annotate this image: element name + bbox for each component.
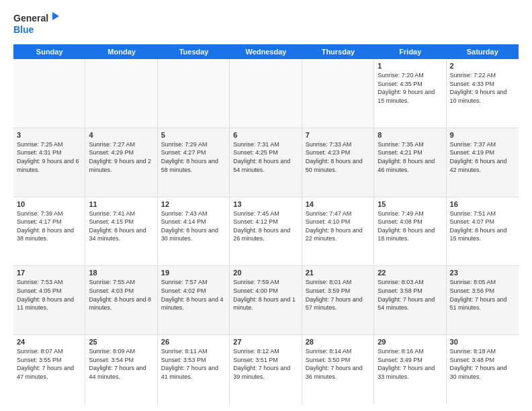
calendar-cell: 3 Sunrise: 7:25 AMSunset: 4:31 PMDayligh… xyxy=(13,128,85,197)
calendar-cell: 1 Sunrise: 7:20 AMSunset: 4:35 PMDayligh… xyxy=(374,59,446,128)
cell-info: Sunrise: 7:57 AMSunset: 4:02 PMDaylight:… xyxy=(161,279,224,311)
calendar-week-row: 3 Sunrise: 7:25 AMSunset: 4:31 PMDayligh… xyxy=(13,128,519,197)
cell-info: Sunrise: 8:12 AMSunset: 3:51 PMDaylight:… xyxy=(233,348,290,380)
cell-info: Sunrise: 7:59 AMSunset: 4:00 PMDaylight:… xyxy=(233,279,296,311)
day-number: 24 xyxy=(17,338,81,346)
cell-info: Sunrise: 8:18 AMSunset: 3:48 PMDaylight:… xyxy=(450,348,507,380)
calendar-cell: 26 Sunrise: 8:11 AMSunset: 3:53 PMDaylig… xyxy=(158,335,230,404)
calendar-cell: 12 Sunrise: 7:43 AMSunset: 4:14 PMDaylig… xyxy=(158,197,230,266)
calendar-cell: 28 Sunrise: 8:14 AMSunset: 3:50 PMDaylig… xyxy=(302,335,374,404)
calendar-cell: 11 Sunrise: 7:41 AMSunset: 4:15 PMDaylig… xyxy=(85,197,157,266)
cell-info: Sunrise: 7:53 AMSunset: 4:05 PMDaylight:… xyxy=(17,279,74,311)
calendar-cell: 14 Sunrise: 7:47 AMSunset: 4:10 PMDaylig… xyxy=(302,197,374,266)
day-number: 6 xyxy=(233,131,298,139)
cell-info: Sunrise: 7:55 AMSunset: 4:03 PMDaylight:… xyxy=(89,279,151,311)
calendar-cell: 13 Sunrise: 7:45 AMSunset: 4:12 PMDaylig… xyxy=(230,197,302,266)
day-number: 12 xyxy=(161,200,226,208)
cell-info: Sunrise: 7:35 AMSunset: 4:21 PMDaylight:… xyxy=(378,141,435,173)
cell-info: Sunrise: 8:03 AMSunset: 3:58 PMDaylight:… xyxy=(378,279,435,311)
day-number: 5 xyxy=(161,131,226,139)
svg-text:Blue: Blue xyxy=(13,24,34,35)
day-number: 22 xyxy=(378,269,442,277)
day-number: 20 xyxy=(233,269,298,277)
cell-info: Sunrise: 8:09 AMSunset: 3:54 PMDaylight:… xyxy=(89,348,146,380)
calendar-cell: 10 Sunrise: 7:39 AMSunset: 4:17 PMDaylig… xyxy=(13,197,85,266)
calendar-cell xyxy=(158,59,230,128)
day-number: 16 xyxy=(450,200,515,208)
calendar-cell: 7 Sunrise: 7:33 AMSunset: 4:23 PMDayligh… xyxy=(302,128,374,197)
day-number: 4 xyxy=(89,131,153,139)
cell-info: Sunrise: 7:22 AMSunset: 4:33 PMDaylight:… xyxy=(450,72,507,104)
calendar-cell: 5 Sunrise: 7:29 AMSunset: 4:27 PMDayligh… xyxy=(158,128,230,197)
cell-info: Sunrise: 7:31 AMSunset: 4:25 PMDaylight:… xyxy=(233,141,290,173)
calendar-cell: 2 Sunrise: 7:22 AMSunset: 4:33 PMDayligh… xyxy=(447,59,519,128)
day-of-week-header: Thursday xyxy=(302,44,374,59)
cell-info: Sunrise: 7:37 AMSunset: 4:19 PMDaylight:… xyxy=(450,141,507,173)
calendar-header: SundayMondayTuesdayWednesdayThursdayFrid… xyxy=(13,44,519,59)
calendar-cell: 18 Sunrise: 7:55 AMSunset: 4:03 PMDaylig… xyxy=(85,266,157,334)
day-number: 13 xyxy=(233,200,298,208)
calendar-cell xyxy=(13,59,85,128)
cell-info: Sunrise: 8:05 AMSunset: 3:56 PMDaylight:… xyxy=(450,279,507,311)
cell-info: Sunrise: 8:11 AMSunset: 3:53 PMDaylight:… xyxy=(161,348,218,380)
cell-info: Sunrise: 7:49 AMSunset: 4:08 PMDaylight:… xyxy=(378,210,435,242)
calendar-cell: 4 Sunrise: 7:27 AMSunset: 4:29 PMDayligh… xyxy=(85,128,157,197)
cell-info: Sunrise: 7:33 AMSunset: 4:23 PMDaylight:… xyxy=(306,141,363,173)
calendar: SundayMondayTuesdayWednesdayThursdayFrid… xyxy=(13,44,519,404)
cell-info: Sunrise: 7:39 AMSunset: 4:17 PMDaylight:… xyxy=(17,210,74,242)
calendar-cell: 22 Sunrise: 8:03 AMSunset: 3:58 PMDaylig… xyxy=(374,266,446,334)
svg-text:General: General xyxy=(13,13,48,24)
calendar-week-row: 1 Sunrise: 7:20 AMSunset: 4:35 PMDayligh… xyxy=(13,59,519,128)
calendar-cell: 23 Sunrise: 8:05 AMSunset: 3:56 PMDaylig… xyxy=(447,266,519,334)
day-of-week-header: Sunday xyxy=(13,44,85,59)
cell-info: Sunrise: 7:27 AMSunset: 4:29 PMDaylight:… xyxy=(89,141,151,173)
svg-marker-2 xyxy=(52,12,59,20)
day-number: 23 xyxy=(450,269,515,277)
calendar-cell: 9 Sunrise: 7:37 AMSunset: 4:19 PMDayligh… xyxy=(447,128,519,197)
day-number: 8 xyxy=(378,131,442,139)
day-number: 28 xyxy=(306,338,370,346)
cell-info: Sunrise: 7:47 AMSunset: 4:10 PMDaylight:… xyxy=(306,210,363,242)
cell-info: Sunrise: 7:20 AMSunset: 4:35 PMDaylight:… xyxy=(378,72,435,104)
day-number: 11 xyxy=(89,200,153,208)
calendar-week-row: 24 Sunrise: 8:07 AMSunset: 3:55 PMDaylig… xyxy=(13,335,519,404)
day-number: 18 xyxy=(89,269,153,277)
day-number: 7 xyxy=(306,131,370,139)
calendar-cell xyxy=(302,59,374,128)
cell-info: Sunrise: 7:25 AMSunset: 4:31 PMDaylight:… xyxy=(17,141,79,173)
day-number: 3 xyxy=(17,131,81,139)
calendar-cell: 17 Sunrise: 7:53 AMSunset: 4:05 PMDaylig… xyxy=(13,266,85,334)
cell-info: Sunrise: 7:41 AMSunset: 4:15 PMDaylight:… xyxy=(89,210,146,242)
cell-info: Sunrise: 7:29 AMSunset: 4:27 PMDaylight:… xyxy=(161,141,218,173)
calendar-cell: 27 Sunrise: 8:12 AMSunset: 3:51 PMDaylig… xyxy=(230,335,302,404)
logo: GeneralBlue xyxy=(13,11,60,38)
day-number: 25 xyxy=(89,338,153,346)
day-of-week-header: Monday xyxy=(85,44,157,59)
day-number: 15 xyxy=(378,200,442,208)
calendar-cell: 19 Sunrise: 7:57 AMSunset: 4:02 PMDaylig… xyxy=(158,266,230,334)
page-header: GeneralBlue xyxy=(13,11,519,38)
cell-info: Sunrise: 7:43 AMSunset: 4:14 PMDaylight:… xyxy=(161,210,218,242)
cell-info: Sunrise: 7:45 AMSunset: 4:12 PMDaylight:… xyxy=(233,210,290,242)
day-number: 9 xyxy=(450,131,515,139)
cell-info: Sunrise: 8:07 AMSunset: 3:55 PMDaylight:… xyxy=(17,348,74,380)
cell-info: Sunrise: 7:51 AMSunset: 4:07 PMDaylight:… xyxy=(450,210,507,242)
day-number: 21 xyxy=(306,269,370,277)
day-of-week-header: Wednesday xyxy=(230,44,302,59)
calendar-cell xyxy=(230,59,302,128)
logo-graphic: GeneralBlue xyxy=(13,11,60,38)
day-number: 30 xyxy=(450,338,515,346)
calendar-week-row: 17 Sunrise: 7:53 AMSunset: 4:05 PMDaylig… xyxy=(13,266,519,335)
calendar-cell: 25 Sunrise: 8:09 AMSunset: 3:54 PMDaylig… xyxy=(85,335,157,404)
calendar-cell xyxy=(85,59,157,128)
calendar-cell: 20 Sunrise: 7:59 AMSunset: 4:00 PMDaylig… xyxy=(230,266,302,334)
calendar-cell: 30 Sunrise: 8:18 AMSunset: 3:48 PMDaylig… xyxy=(447,335,519,404)
calendar-cell: 8 Sunrise: 7:35 AMSunset: 4:21 PMDayligh… xyxy=(374,128,446,197)
calendar-cell: 6 Sunrise: 7:31 AMSunset: 4:25 PMDayligh… xyxy=(230,128,302,197)
day-number: 2 xyxy=(450,62,515,70)
day-number: 26 xyxy=(161,338,226,346)
day-number: 29 xyxy=(378,338,442,346)
calendar-cell: 21 Sunrise: 8:01 AMSunset: 3:59 PMDaylig… xyxy=(302,266,374,334)
calendar-cell: 16 Sunrise: 7:51 AMSunset: 4:07 PMDaylig… xyxy=(447,197,519,266)
calendar-cell: 15 Sunrise: 7:49 AMSunset: 4:08 PMDaylig… xyxy=(374,197,446,266)
